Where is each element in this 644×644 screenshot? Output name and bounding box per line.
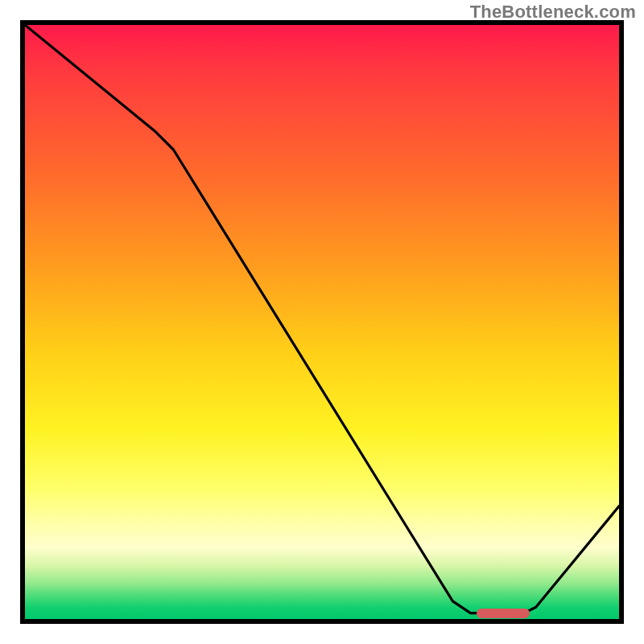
chart-container: TheBottleneck.com [0, 0, 644, 644]
optimal-range-marker [477, 609, 530, 618]
bottleneck-curve [25, 25, 619, 619]
plot-area [20, 20, 624, 624]
